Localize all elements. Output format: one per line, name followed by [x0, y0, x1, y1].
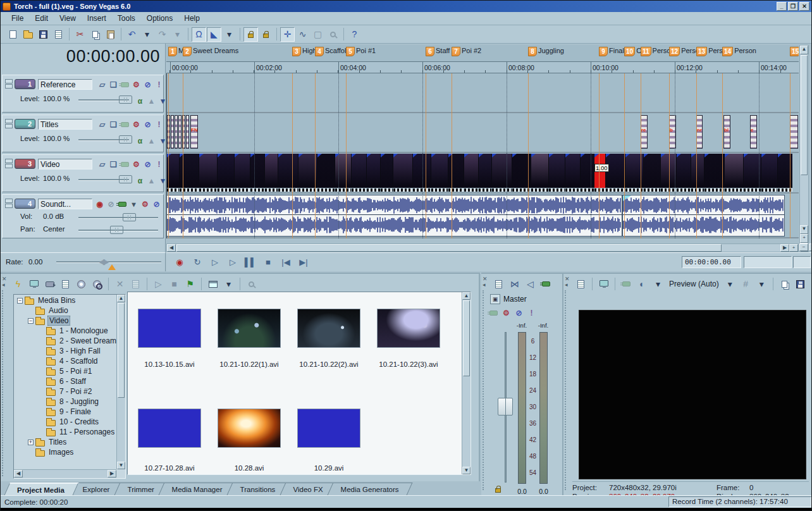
menu-tools[interactable]: Tools — [112, 13, 141, 24]
video-event[interactable] — [335, 154, 351, 188]
solo-icon[interactable]: ! — [154, 159, 164, 169]
media-fx-icon[interactable]: ϟ — [11, 277, 25, 292]
tree-vertical-scrollbar[interactable]: ▲ ▼ — [116, 295, 125, 469]
overlays-dropdown-icon[interactable]: ▾ — [754, 277, 769, 292]
level-slider-handle[interactable] — [119, 175, 132, 183]
enable-snapping-icon[interactable]: Ω — [192, 27, 206, 42]
panel-grip[interactable] — [565, 290, 569, 490]
preview-quality-label[interactable]: Preview (Auto) — [667, 280, 722, 288]
copy-snapshot-icon[interactable] — [777, 277, 792, 292]
external-monitor-icon[interactable] — [596, 277, 611, 292]
close-panel-icon[interactable]: ✕◂ — [565, 276, 570, 288]
scroll-down-icon[interactable]: ▼ — [462, 467, 471, 474]
solo-icon[interactable]: ! — [154, 80, 164, 90]
loop-playback-button[interactable]: ↻ — [189, 255, 206, 270]
tree-item-images[interactable]: Images — [15, 447, 116, 457]
bypass-motion-blur-icon[interactable]: ▱ — [97, 80, 107, 90]
video-event[interactable] — [512, 154, 531, 188]
split-screen-icon[interactable]: ◐ — [635, 277, 649, 292]
title-event[interactable] — [171, 115, 174, 149]
video-event[interactable] — [580, 154, 594, 188]
auto-ripple-dropdown-icon[interactable]: ▾ — [222, 27, 237, 42]
edit-tool-normal-icon[interactable]: ✛ — [280, 27, 295, 42]
title-event[interactable] — [186, 115, 189, 149]
tree-item-titles[interactable]: +Titles — [15, 437, 116, 447]
scroll-left-icon[interactable]: ◀ — [14, 470, 23, 477]
video-event[interactable] — [491, 154, 512, 188]
dim-output-icon[interactable]: ◁ — [523, 277, 538, 292]
cut-icon[interactable]: ✂ — [73, 27, 87, 42]
time-ruler[interactable]: 00:00:0000:02:0000:04:0000:06:0000:08:00… — [166, 61, 799, 73]
level-slider-handle[interactable] — [119, 135, 132, 144]
velocity-event[interactable]: 1.00 — [594, 154, 605, 188]
views-dropdown-icon[interactable]: ▾ — [221, 277, 236, 292]
track-motion-icon[interactable]: ❏ — [109, 159, 118, 169]
video-event[interactable] — [531, 154, 548, 188]
undo-dropdown-icon[interactable]: ▾ — [140, 27, 154, 42]
selection-length-field[interactable] — [793, 256, 811, 268]
views-icon[interactable] — [206, 277, 220, 292]
master-bus-icon[interactable]: ▣ — [490, 294, 500, 304]
solo-icon[interactable]: ! — [154, 120, 164, 130]
menu-view[interactable]: View — [54, 13, 82, 24]
scroll-down-icon[interactable]: ▼ — [117, 462, 125, 469]
pause-button[interactable]: ▌▌ — [242, 255, 259, 270]
track-name-field[interactable]: Titles — [38, 119, 92, 130]
video-event[interactable] — [724, 154, 743, 188]
video-event[interactable] — [743, 154, 761, 188]
pan-slider-handle[interactable] — [110, 226, 123, 234]
go-to-start-button[interactable]: |◀ — [278, 255, 294, 270]
play-from-start-button[interactable]: ▷ — [207, 255, 223, 270]
insert-fx-icon[interactable] — [118, 199, 127, 209]
level-slider-handle[interactable] — [119, 95, 132, 104]
volume-slider-handle[interactable] — [123, 213, 136, 221]
split-screen-dropdown-icon[interactable]: ▾ — [651, 277, 665, 292]
save-icon[interactable] — [36, 27, 51, 42]
save-snapshot-icon[interactable] — [793, 277, 808, 292]
tree-item-audio[interactable]: Audio — [15, 305, 116, 316]
tree-item-media-bins[interactable]: −Media Bins — [15, 295, 116, 305]
mute-icon[interactable]: ⊘ — [152, 199, 161, 209]
preview-quality-dropdown-icon[interactable]: ▾ — [723, 277, 737, 292]
video-event[interactable] — [250, 154, 264, 188]
timeline-vertical-scrollbar[interactable]: ▲ ▼ + − — [799, 45, 809, 252]
automation-settings-icon[interactable]: ⚙ — [132, 159, 141, 169]
automation-settings-icon[interactable]: ⚙ — [140, 199, 150, 209]
scroll-up-icon[interactable]: ▲ — [462, 292, 471, 300]
media-thumbnail[interactable] — [218, 409, 281, 448]
zoom-out-time-icon[interactable]: − — [799, 243, 808, 251]
timeline-marker-5[interactable]: 5Poi #1 — [346, 47, 376, 56]
menu-insert[interactable]: Insert — [82, 13, 112, 24]
tree-item-11-personages[interactable]: 11 - Personages — [15, 427, 116, 437]
title-event[interactable]: b — [669, 115, 676, 149]
video-event[interactable] — [278, 154, 298, 188]
title-event[interactable]: FN — [190, 115, 198, 149]
tree-item-6-staff[interactable]: 6 - Staff — [15, 376, 116, 386]
copy-icon[interactable] — [88, 27, 102, 42]
timeline-marker-4[interactable]: 4Scaffold — [315, 47, 350, 56]
title-event[interactable] — [175, 115, 178, 149]
video-event[interactable] — [351, 154, 366, 188]
media-thumbnail[interactable] — [297, 409, 360, 448]
track-name-field[interactable]: Video — [38, 159, 92, 169]
zoom-tool-icon[interactable] — [809, 243, 812, 251]
video-event[interactable] — [199, 154, 217, 188]
video-event[interactable] — [625, 154, 643, 188]
preview-properties-icon[interactable] — [574, 277, 588, 292]
media-thumbnail[interactable] — [138, 409, 201, 448]
track-minimize-icon[interactable] — [5, 79, 12, 89]
panel-grip[interactable] — [2, 290, 6, 476]
track-minimize-icon[interactable] — [5, 159, 12, 169]
stop-button[interactable]: ■ — [260, 255, 276, 270]
record-button[interactable]: ◉ — [171, 255, 188, 270]
play-button[interactable]: ▷ — [225, 255, 241, 270]
video-event[interactable] — [660, 154, 676, 188]
bypass-motion-blur-icon[interactable]: ▱ — [97, 120, 107, 130]
scroll-down-icon[interactable]: ▼ — [800, 225, 808, 234]
title-event[interactable]: nr — [696, 115, 703, 149]
collapse-icon[interactable]: − — [17, 298, 23, 304]
video-event[interactable] — [166, 154, 179, 188]
video-event[interactable] — [217, 154, 234, 188]
tree-item-5-poi-1[interactable]: 5 - Poi #1 — [15, 366, 116, 376]
track-row-video[interactable]: 1.00 — [166, 153, 799, 194]
